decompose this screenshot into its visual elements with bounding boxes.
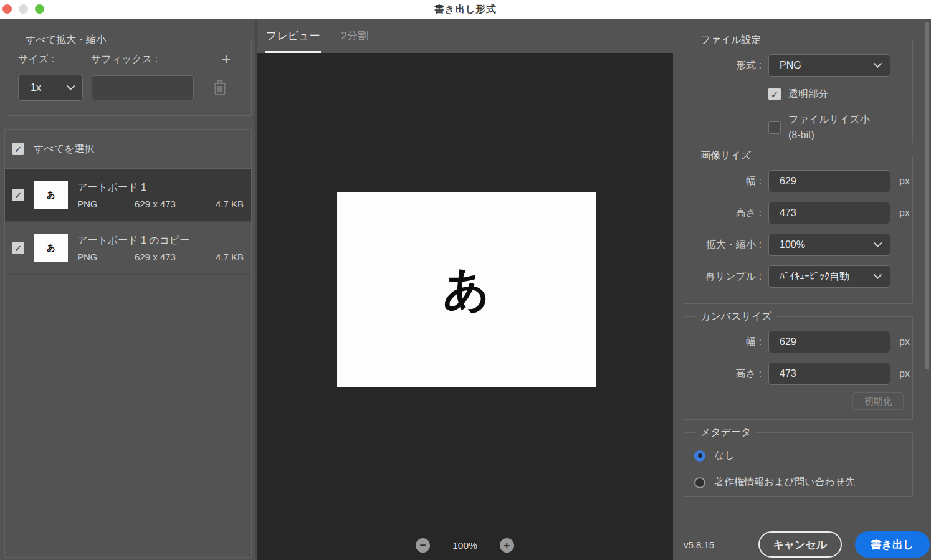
artboard-checkbox[interactable]: ✓ <box>12 242 24 254</box>
artboard-canvas: あ <box>337 192 596 387</box>
delete-size-button[interactable] <box>212 80 227 95</box>
titlebar: 書き出し形式 <box>0 0 931 19</box>
suffix-label: サフィックス : <box>91 53 227 66</box>
select-all-label: すべてを選択 <box>34 143 95 156</box>
image-width-label: 幅 : <box>693 175 768 188</box>
size-select-value: 1x <box>31 82 41 93</box>
artboard-format: PNG <box>77 199 135 209</box>
suffix-input[interactable] <box>92 75 194 100</box>
select-all-row[interactable]: ✓ すべてを選択 <box>5 130 251 169</box>
image-height-label: 高さ : <box>693 207 768 220</box>
artboard-name: アートボード 1 のコピー <box>77 234 244 247</box>
select-all-checkbox[interactable]: ✓ <box>12 143 24 155</box>
artboard-filesize: 4.7 KB <box>216 252 244 262</box>
scale-all-group-title: すべて拡大・縮小 <box>21 34 110 47</box>
minus-icon: − <box>420 540 426 551</box>
left-panel: すべて拡大・縮小 サイズ : サフィックス : + 1x <box>0 19 257 560</box>
minimize-window-icon[interactable] <box>19 4 28 14</box>
canvas-width-label: 幅 : <box>693 336 768 349</box>
settings-panel: ファイル設定 形式 : PNG ✓ 透明部分 <box>673 19 931 560</box>
image-height-input[interactable]: 473 <box>768 202 890 224</box>
add-size-button[interactable]: + <box>227 52 242 67</box>
scale-select-value: 100% <box>780 239 805 250</box>
check-icon: ✓ <box>14 191 22 200</box>
image-width-input[interactable]: 629 <box>768 170 890 192</box>
scale-all-group: すべて拡大・縮小 サイズ : サフィックス : + 1x <box>9 34 252 116</box>
zoom-in-button[interactable]: + <box>500 538 514 553</box>
check-icon: ✓ <box>771 90 779 99</box>
tab-2up[interactable]: 2分割 <box>341 19 368 53</box>
px-unit: px <box>899 176 910 187</box>
resample-label: 再サンプル : <box>693 270 768 283</box>
list-empty-area <box>5 275 251 557</box>
chevron-down-icon <box>874 242 882 247</box>
metadata-title: メタデータ <box>696 426 756 439</box>
radio-selected-icon[interactable] <box>694 450 705 462</box>
zoom-window-icon[interactable] <box>35 4 44 14</box>
preview-tabbar: プレビュー 2分割 <box>257 19 673 53</box>
plus-icon: + <box>504 540 510 551</box>
artboard-thumbnail: あ <box>34 234 68 262</box>
chevron-down-icon <box>67 85 75 90</box>
format-select[interactable]: PNG <box>768 54 890 77</box>
cancel-button[interactable]: キャンセル <box>758 531 842 558</box>
file-settings-group: ファイル設定 形式 : PNG ✓ 透明部分 <box>684 34 913 143</box>
artboard-name: アートボード 1 <box>77 181 244 194</box>
smaller-file-checkbox[interactable] <box>768 121 781 134</box>
metadata-copyright-label: 著作権情報および問い合わせ先 <box>714 476 855 489</box>
artboard-dimensions: 629 x 473 <box>135 199 216 209</box>
file-settings-title: ファイル設定 <box>696 34 766 47</box>
scale-label: 拡大・縮小 : <box>693 239 768 252</box>
radio-unselected-icon[interactable] <box>694 477 705 488</box>
canvas-size-title: カンバスサイズ <box>696 310 776 323</box>
preview-panel: プレビュー 2分割 あ − 100% + <box>257 19 673 560</box>
artboard-row[interactable]: ✓ あ アートボード 1 のコピー PNG 629 x 473 4.7 KB <box>5 222 251 275</box>
version-text: v5.8.15 <box>684 539 714 550</box>
artboard-thumbnail: あ <box>34 181 68 209</box>
reset-button[interactable]: 初期化 <box>852 392 904 410</box>
px-unit: px <box>899 207 910 219</box>
metadata-none-option[interactable]: なし <box>694 449 904 462</box>
plus-icon: + <box>222 52 231 67</box>
size-select[interactable]: 1x <box>18 75 83 101</box>
zoom-out-button[interactable]: − <box>416 538 430 553</box>
image-size-title: 画像サイズ <box>696 149 755 163</box>
smaller-file-label: ファイルサイズ小 (8-bit) <box>788 112 870 143</box>
scrollbar-thumb[interactable] <box>925 22 929 369</box>
artboard-row[interactable]: ✓ あ アートボード 1 PNG 629 x 473 4.7 KB <box>5 169 251 222</box>
check-icon: ✓ <box>14 145 22 154</box>
canvas-width-input[interactable]: 629 <box>768 331 890 353</box>
canvas-height-input[interactable]: 473 <box>768 363 890 385</box>
trash-icon <box>213 80 227 96</box>
scale-select[interactable]: 100% <box>768 234 890 256</box>
resample-select-value: ﾊﾞｲｷｭｰﾋﾞｯｸ自動 <box>780 270 849 283</box>
transparency-checkbox[interactable]: ✓ <box>768 88 781 100</box>
dialog-footer: v5.8.15 キャンセル 書き出し <box>684 530 931 559</box>
resample-select[interactable]: ﾊﾞｲｷｭｰﾋﾞｯｸ自動 <box>768 265 890 288</box>
artboard-format: PNG <box>77 252 135 262</box>
chevron-down-icon <box>874 63 882 68</box>
canvas-size-group: カンバスサイズ 幅 : 629 px 高さ : 473 px <box>684 310 913 420</box>
canvas-content: あ <box>443 259 490 321</box>
metadata-group: メタデータ なし 著作権情報および問い合わせ先 <box>684 426 913 497</box>
transparency-label: 透明部分 <box>788 87 828 102</box>
metadata-copyright-option[interactable]: 著作権情報および問い合わせ先 <box>694 476 904 489</box>
artboard-dimensions: 629 x 473 <box>135 252 216 262</box>
tab-preview[interactable]: プレビュー <box>266 19 320 53</box>
metadata-none-label: なし <box>714 449 735 462</box>
export-as-dialog: 書き出し形式 すべて拡大・縮小 サイズ : サフィックス : + 1x <box>0 0 931 560</box>
artboard-checkbox[interactable]: ✓ <box>12 189 24 201</box>
format-label: 形式 : <box>693 59 768 72</box>
image-size-group: 画像サイズ 幅 : 629 px 高さ : 473 px 拡大・縮小 : <box>684 149 913 304</box>
export-button[interactable]: 書き出し <box>855 531 930 558</box>
px-unit: px <box>899 336 910 348</box>
preview-area: あ − 100% + <box>257 53 673 560</box>
close-window-icon[interactable] <box>2 4 12 14</box>
check-icon: ✓ <box>14 244 22 253</box>
size-label: サイズ : <box>18 53 91 66</box>
artboard-filesize: 4.7 KB <box>216 199 244 209</box>
zoom-controls: − 100% + <box>257 538 673 553</box>
canvas-height-label: 高さ : <box>693 368 768 381</box>
px-unit: px <box>899 368 910 379</box>
chevron-down-icon <box>874 274 882 279</box>
